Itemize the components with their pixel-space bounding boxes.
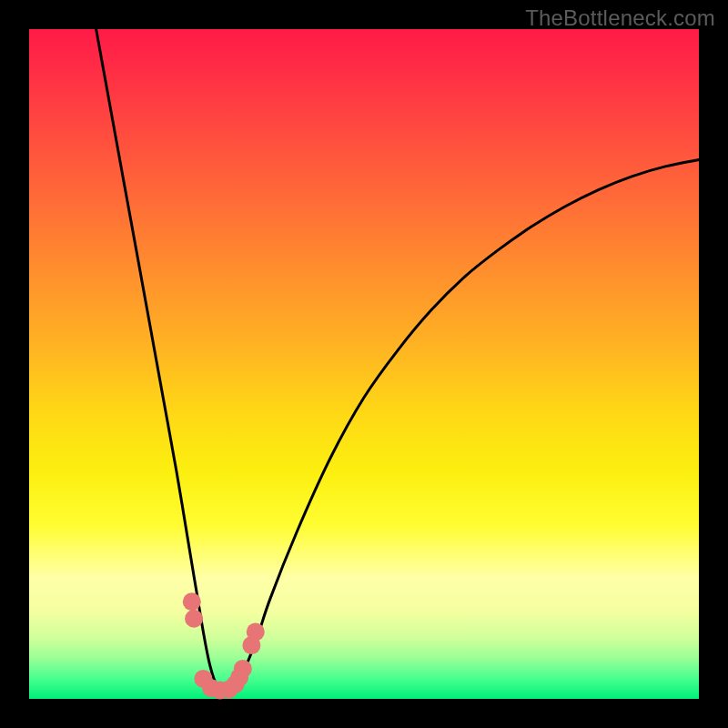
curve-marker (183, 592, 201, 611)
chart-frame: TheBottleneck.com (0, 0, 728, 728)
bottleneck-curve (96, 29, 699, 693)
curve-markers (183, 592, 265, 699)
curve-marker (234, 660, 252, 678)
watermark-text: TheBottleneck.com (525, 5, 715, 31)
curve-marker (185, 610, 203, 628)
bottleneck-curve-svg (29, 29, 699, 699)
plot-area (29, 29, 699, 699)
curve-marker (247, 622, 265, 641)
